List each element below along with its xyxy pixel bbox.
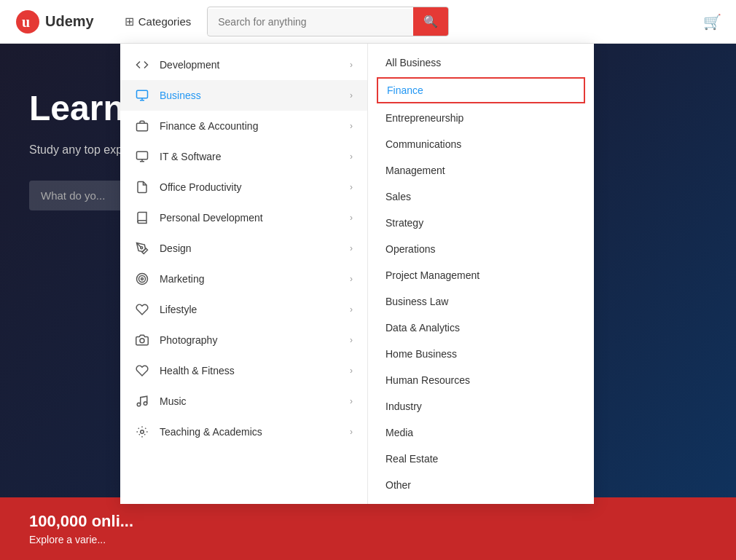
- sidebar-item-photography[interactable]: Photography›: [120, 325, 367, 355]
- subcategory-item-human-resources[interactable]: Human Resources: [368, 367, 594, 393]
- finance-category-icon: [135, 119, 149, 133]
- subcategory-item-strategy[interactable]: Strategy: [368, 210, 594, 236]
- svg-rect-1: [137, 90, 148, 98]
- sidebar-item-teaching[interactable]: Teaching & Academics›: [120, 417, 367, 447]
- subcategory-item-industry[interactable]: Industry: [368, 393, 594, 419]
- chevron-right-icon-health: ›: [350, 366, 353, 376]
- chevron-right-icon-music: ›: [350, 396, 353, 406]
- subcategories-right-panel: All BusinessFinanceEntrepreneurshipCommu…: [368, 44, 594, 504]
- hero-bottom-sub: Explore a varie...: [29, 534, 707, 545]
- hero-search-placeholder: What do yo...: [41, 189, 105, 202]
- search-icon: 🔍: [423, 15, 438, 28]
- design-category-icon: [135, 241, 149, 256]
- photography-category-icon: [135, 333, 149, 347]
- sidebar-item-label-personal: Personal Development: [160, 212, 340, 224]
- categories-button[interactable]: ⊞ Categories: [116, 9, 200, 34]
- sidebar-item-label-photography: Photography: [160, 334, 340, 346]
- teaching-category-icon: [135, 425, 149, 439]
- subcategory-item-management[interactable]: Management: [368, 157, 594, 184]
- svg-text:u: u: [22, 14, 30, 30]
- categories-label: Categories: [138, 15, 192, 28]
- chevron-right-icon-marketing: ›: [350, 274, 353, 284]
- sidebar-item-lifestyle[interactable]: Lifestyle›: [120, 294, 367, 325]
- chevron-right-icon-it: ›: [350, 151, 353, 162]
- subcategory-item-entrepreneurship[interactable]: Entrepreneurship: [368, 105, 594, 131]
- sidebar-item-label-business: Business: [160, 90, 340, 101]
- sidebar-item-label-design: Design: [160, 242, 340, 254]
- subcategory-item-media[interactable]: Media: [368, 419, 594, 446]
- sidebar-item-label-finance: Finance & Accounting: [160, 120, 340, 132]
- subcategory-item-all-business[interactable]: All Business: [368, 50, 594, 76]
- sidebar-item-label-marketing: Marketing: [160, 273, 340, 285]
- logo[interactable]: u Udemy: [15, 9, 94, 35]
- subcategory-item-project-mgmt[interactable]: Project Management: [368, 262, 594, 288]
- chevron-right-icon-lifestyle: ›: [350, 304, 353, 315]
- hero-bottom-bar: 100,000 onli... Explore a varie...: [0, 497, 736, 560]
- marketing-category-icon: [135, 272, 149, 286]
- categories-dropdown: Development›Business›Finance & Accountin…: [120, 44, 594, 504]
- svg-point-8: [141, 247, 143, 249]
- chevron-right-icon-business: ›: [350, 90, 353, 100]
- subcategory-item-operations[interactable]: Operations: [368, 236, 594, 262]
- svg-rect-4: [137, 123, 148, 131]
- svg-point-10: [139, 276, 146, 283]
- chevron-right-icon-personal: ›: [350, 213, 353, 223]
- sidebar-item-marketing[interactable]: Marketing›: [120, 264, 367, 294]
- chevron-right-icon-teaching: ›: [350, 427, 353, 437]
- svg-point-13: [137, 403, 141, 406]
- sidebar-item-label-office: Office Productivity: [160, 181, 340, 193]
- svg-point-12: [140, 339, 144, 343]
- sidebar-item-music[interactable]: Music›: [120, 386, 367, 417]
- svg-point-14: [144, 402, 147, 406]
- development-category-icon: [135, 58, 149, 72]
- sidebar-item-label-health: Health & Fitness: [160, 365, 340, 376]
- personal-category-icon: [135, 210, 149, 225]
- chevron-right-icon-design: ›: [350, 243, 353, 253]
- it-category-icon: [135, 149, 149, 164]
- cart-button[interactable]: 🛒: [703, 13, 721, 31]
- chevron-right-icon-photography: ›: [350, 335, 353, 345]
- sidebar-item-office[interactable]: Office Productivity›: [120, 172, 367, 202]
- subcategory-item-finance[interactable]: Finance: [377, 77, 585, 103]
- sidebar-item-development[interactable]: Development›: [120, 50, 367, 80]
- sidebar-item-finance[interactable]: Finance & Accounting›: [120, 111, 367, 141]
- categories-left-panel: Development›Business›Finance & Accountin…: [120, 44, 368, 504]
- sidebar-item-design[interactable]: Design›: [120, 233, 367, 264]
- svg-point-11: [141, 278, 144, 280]
- chevron-right-icon-finance: ›: [350, 121, 353, 131]
- grid-icon: ⊞: [125, 15, 134, 28]
- subcategory-item-communications[interactable]: Communications: [368, 131, 594, 157]
- subcategory-item-business-law[interactable]: Business Law: [368, 288, 594, 315]
- svg-rect-5: [137, 151, 148, 159]
- sidebar-item-label-lifestyle: Lifestyle: [160, 304, 340, 315]
- sidebar-item-label-development: Development: [160, 59, 340, 71]
- sidebar-item-label-music: Music: [160, 395, 340, 407]
- subcategory-item-sales[interactable]: Sales: [368, 184, 594, 210]
- chevron-right-icon-office: ›: [350, 182, 353, 192]
- hero-bottom-title: 100,000 onli...: [29, 512, 707, 531]
- sidebar-item-business[interactable]: Business›: [120, 80, 367, 111]
- cart-icon: 🛒: [703, 14, 721, 30]
- sidebar-item-label-it: IT & Software: [160, 151, 340, 162]
- logo-text: Udemy: [45, 13, 94, 30]
- chevron-right-icon-development: ›: [350, 60, 353, 70]
- search-input[interactable]: [208, 9, 412, 35]
- sidebar-item-it[interactable]: IT & Software›: [120, 141, 367, 172]
- sidebar-item-health[interactable]: Health & Fitness›: [120, 355, 367, 386]
- business-category-icon: [135, 88, 149, 103]
- sidebar-item-personal[interactable]: Personal Development›: [120, 202, 367, 233]
- subcategory-item-real-estate[interactable]: Real Estate: [368, 446, 594, 472]
- subcategory-item-data-analytics[interactable]: Data & Analytics: [368, 315, 594, 341]
- search-button[interactable]: 🔍: [413, 7, 448, 36]
- lifestyle-category-icon: [135, 302, 149, 317]
- subcategory-item-other[interactable]: Other: [368, 472, 594, 498]
- health-category-icon: [135, 363, 149, 378]
- subcategory-item-home-business[interactable]: Home Business: [368, 341, 594, 367]
- search-bar: 🔍: [207, 7, 448, 36]
- music-category-icon: [135, 394, 149, 409]
- sidebar-item-label-teaching: Teaching & Academics: [160, 426, 340, 438]
- udemy-logo-icon: u: [15, 9, 41, 35]
- header: u Udemy ⊞ Categories 🔍 🛒: [0, 0, 736, 44]
- svg-point-15: [141, 430, 144, 434]
- office-category-icon: [135, 180, 149, 194]
